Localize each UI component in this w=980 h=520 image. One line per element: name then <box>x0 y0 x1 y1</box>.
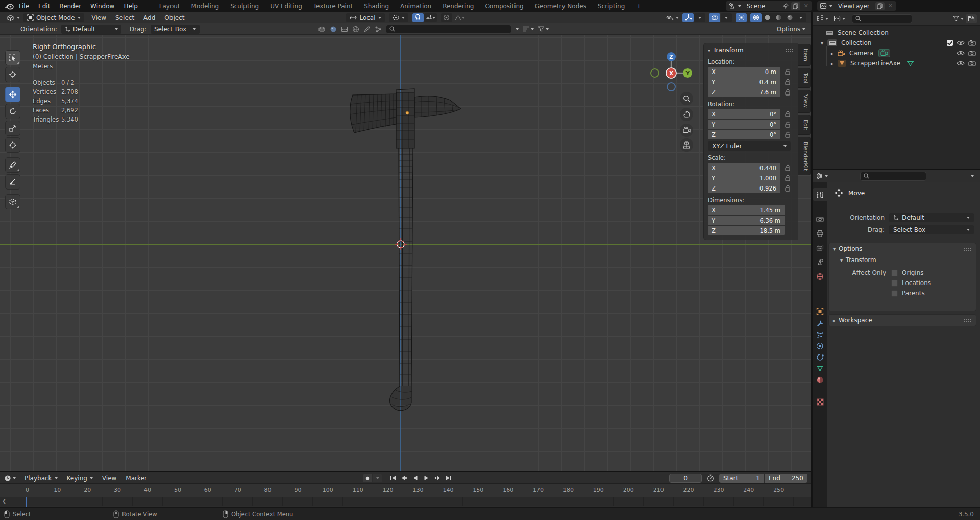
asset-search-dropdown[interactable] <box>516 28 519 30</box>
current-frame-field[interactable]: 0 <box>669 474 702 483</box>
add-workspace-button[interactable]: + <box>630 0 647 12</box>
value-field[interactable]: X 1.45 m <box>708 205 785 215</box>
jump-to-end-button[interactable] <box>445 474 454 482</box>
proportional-falloff-dropdown[interactable] <box>453 13 467 22</box>
3d-viewport[interactable]: Right Orthographic (0) Collection | Scra… <box>0 35 811 471</box>
rotate-tool[interactable] <box>5 104 20 119</box>
tab-object[interactable] <box>813 305 827 317</box>
topbar-menu-item[interactable]: File <box>14 0 34 12</box>
outliner-item-label[interactable]: Collection <box>841 39 871 46</box>
editor-type-dropdown[interactable] <box>3 13 23 22</box>
snap-settings-dropdown[interactable] <box>424 13 437 22</box>
properties-editor-type-dropdown[interactable] <box>815 173 829 179</box>
editor-divider-vertical[interactable] <box>811 12 813 507</box>
viewlayer-icon[interactable] <box>820 3 827 9</box>
hide-eye-icon[interactable] <box>957 40 965 46</box>
timeline-track[interactable]: ❮ <box>0 497 811 506</box>
expand-icon[interactable] <box>821 39 823 46</box>
asset-type-nodegroup-icon[interactable] <box>375 26 382 33</box>
drag-handle-icon[interactable] <box>964 247 972 251</box>
unlink-scene-button[interactable]: ✕ <box>803 3 810 9</box>
auto-keying-settings-dropdown[interactable] <box>373 474 382 482</box>
asset-type-model-icon[interactable] <box>318 26 326 33</box>
disable-render-icon[interactable] <box>968 40 976 46</box>
outliner-row-scene-collection[interactable]: Scene Collection <box>813 28 980 38</box>
n-panel-tab[interactable]: View <box>798 90 811 112</box>
hide-eye-icon[interactable] <box>957 60 965 66</box>
asset-type-scene-icon[interactable] <box>341 26 348 33</box>
mode-dropdown[interactable]: Object Mode <box>23 13 84 22</box>
cursor-tool[interactable] <box>5 67 20 82</box>
shading-rendered-button[interactable] <box>784 13 795 22</box>
workspace-panel-header[interactable]: Workspace <box>829 315 976 326</box>
lock-open-icon[interactable] <box>785 79 791 85</box>
value-field[interactable]: X 0 m <box>708 67 780 77</box>
overlays-settings-dropdown[interactable] <box>721 13 732 22</box>
outliner-item-label[interactable]: Scene Collection <box>838 29 889 36</box>
viewlayer-name-field[interactable]: ViewLayer <box>835 3 873 10</box>
play-reverse-button[interactable] <box>411 474 420 482</box>
outliner-filter-dropdown[interactable] <box>953 16 964 21</box>
properties-options-dropdown[interactable] <box>971 175 974 177</box>
remove-viewlayer-button[interactable]: ✕ <box>887 3 894 9</box>
scene-icon[interactable] <box>728 3 736 9</box>
tab-view-layer[interactable] <box>813 242 827 254</box>
viewlayer-browse-chevron[interactable] <box>829 5 832 7</box>
outliner-row-camera[interactable]: Camera <box>813 48 980 58</box>
viewport-menu-item[interactable]: Object <box>160 12 189 23</box>
workspace-tab[interactable]: Animation <box>395 0 437 12</box>
pan-view-button[interactable] <box>680 108 693 121</box>
tab-scene[interactable] <box>813 256 827 268</box>
lock-open-icon[interactable] <box>785 121 791 128</box>
measure-tool[interactable] <box>5 174 20 190</box>
viewport-menu-item[interactable]: Select <box>111 12 139 23</box>
drag-handle-icon[interactable] <box>964 319 972 322</box>
editor-divider-horizontal[interactable] <box>813 169 980 170</box>
value-field[interactable]: Y 0° <box>708 120 780 129</box>
expand-icon[interactable] <box>831 50 834 57</box>
value-field[interactable]: Z 7.6 m <box>708 87 780 97</box>
workspace-tab[interactable]: Sculpting <box>225 0 264 12</box>
tab-output[interactable] <box>813 227 827 240</box>
frame-start-field[interactable]: Start 1 <box>719 474 764 483</box>
transform-subpanel-header[interactable]: Transform <box>829 254 976 266</box>
workspace-tab[interactable]: Layout <box>154 0 186 12</box>
add-cube-tool[interactable] <box>5 194 20 209</box>
workspace-tab[interactable]: Shading <box>358 0 395 12</box>
timeline-editor-type-dropdown[interactable] <box>4 475 16 482</box>
value-field[interactable]: Z 18.5 m <box>708 226 785 235</box>
play-button[interactable] <box>422 474 431 482</box>
proportional-editing-toggle[interactable] <box>441 13 452 22</box>
value-field[interactable]: Y 1.000 <box>708 173 780 183</box>
scene-browse-chevron[interactable] <box>738 5 741 7</box>
playback-menu[interactable]: Playback <box>20 472 62 484</box>
asset-sort-dropdown[interactable] <box>523 26 534 32</box>
outliner-item-label[interactable]: Camera <box>849 50 873 57</box>
outliner-row-mesh[interactable]: ScrapperFireAxe <box>813 58 980 68</box>
tab-particles[interactable] <box>813 328 827 341</box>
n-panel-tab[interactable]: BlenderKit <box>798 137 811 175</box>
drag-setting-dropdown[interactable]: Select Box <box>889 225 974 234</box>
tab-modifiers[interactable] <box>813 317 827 329</box>
value-field[interactable]: Z 0.926 <box>708 183 780 193</box>
lock-open-icon[interactable] <box>785 131 791 138</box>
marker-menu[interactable]: Marker <box>121 472 151 484</box>
shading-settings-dropdown[interactable] <box>795 13 806 22</box>
orientation-setting-dropdown[interactable]: Default <box>889 213 974 222</box>
workspace-tab[interactable]: UV Editing <box>264 0 308 12</box>
value-field[interactable]: X 0° <box>708 109 780 119</box>
viewport-menu-item[interactable]: Add <box>139 12 160 23</box>
tool-orientation-dropdown[interactable]: Default <box>61 25 121 34</box>
shading-solid-button[interactable] <box>762 13 773 22</box>
checkbox[interactable] <box>891 280 898 287</box>
zoom-view-button[interactable] <box>680 92 693 105</box>
preview-range-stopwatch-icon[interactable] <box>707 474 714 482</box>
tab-constraints[interactable] <box>813 351 827 363</box>
workspace-tab[interactable]: Texture Paint <box>308 0 358 12</box>
value-field[interactable]: X 0.440 <box>708 163 780 173</box>
annotate-tool[interactable] <box>5 157 20 173</box>
lock-open-icon[interactable] <box>785 111 791 117</box>
disable-render-icon[interactable] <box>968 60 976 66</box>
value-field[interactable]: Z 0° <box>708 130 780 139</box>
outliner-display-mode-dropdown[interactable] <box>832 15 847 22</box>
